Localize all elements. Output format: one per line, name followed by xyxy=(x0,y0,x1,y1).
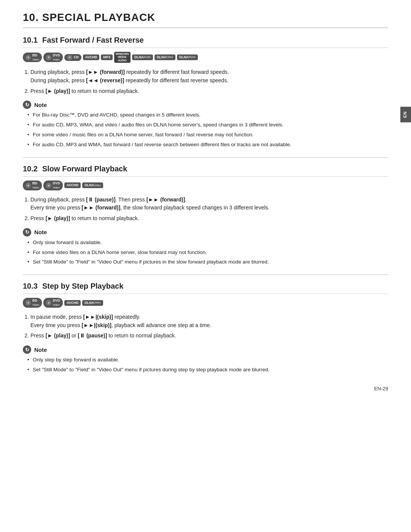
badge-row-10-3: ● BDVideo ● DVDVideo AVCHD DLNAVideo xyxy=(23,298,388,308)
badge-dvd-video-2: ● DVDVideo xyxy=(43,181,63,190)
step-10-1-2: Press [► (play)] to return to normal pla… xyxy=(30,87,388,96)
note-icon-10-3: ↻ xyxy=(23,345,31,354)
badge-dvd-label: DVDVideo xyxy=(53,53,60,62)
note-list-10-3: Only step by step forward is available. … xyxy=(27,356,388,374)
badge-cd-label: CD xyxy=(74,55,79,59)
note-block-10-1: ↻ Note For Blu-ray Disc™, DVD and AVCHD,… xyxy=(23,101,388,149)
note-label-10-3: Note xyxy=(34,347,47,353)
section-title-10-3: Step by Step Playback xyxy=(42,282,123,290)
badge-dlna-audio: DLNAAudio xyxy=(132,54,153,60)
note-item-10-1-2: For audio CD, MP3, WMA, and video / audi… xyxy=(27,121,388,129)
note-header-10-1: ↻ Note xyxy=(23,101,388,109)
badge-bd-video-3: ● BDVideo xyxy=(23,298,42,308)
badge-dlna-video: DLNAVideo xyxy=(155,54,175,60)
badge-dvd-video-3: ● DVDVideo xyxy=(43,298,63,308)
section-number-10-3: 10.3 xyxy=(23,282,38,290)
dvd-disc-icon-2: ● xyxy=(46,183,51,188)
step-10-2-1: During playback, press [⏸ (pause)]. Then… xyxy=(30,196,388,212)
page-container: EN 10. SPECIAL PLAYBACK 10.1Fast Forward… xyxy=(0,0,411,403)
steps-10-1: During playback, press [►► (forward)] re… xyxy=(30,68,388,95)
badge-dlna-video-3: DLNAVideo xyxy=(82,300,103,306)
steps-10-2: During playback, press [⏸ (pause)]. Then… xyxy=(30,196,388,223)
bd-disc-icon-2: ● xyxy=(25,183,31,188)
note-header-10-2: ↻ Note xyxy=(23,228,388,236)
dvd-disc-icon-3: ● xyxy=(46,300,51,305)
section-number-10-1: 10.1 xyxy=(23,36,38,44)
badge-dvd-label-2: DVDVideo xyxy=(53,181,60,190)
steps-10-3: In pause mode, press [►►|(skip)] repeate… xyxy=(30,313,388,340)
note-label-10-1: Note xyxy=(34,102,47,108)
note-icon-10-2: ↻ xyxy=(23,228,31,236)
step-10-1-1: During playback, press [►► (forward)] re… xyxy=(30,68,388,85)
badge-bd-label-3: BDVideo xyxy=(32,299,39,307)
section-number-10-2: 10.2 xyxy=(23,165,38,173)
step-10-2-2: Press [► (play)] to return to normal pla… xyxy=(30,214,388,223)
badge-windows-media: WINDOWSMEDIAAUDIO xyxy=(114,52,131,63)
note-item-10-3-1: Only step by step forward is available. xyxy=(27,356,388,364)
en-tab: EN xyxy=(400,107,411,122)
section-10-2: 10.2Slow Forward Playback ● BDVideo ● DV… xyxy=(23,165,388,266)
badge-avchd-2: AVCHD xyxy=(64,182,81,188)
note-item-10-1-3: For some video / music files on a DLNA h… xyxy=(27,131,388,139)
note-item-10-2-1: Only slow forward is available. xyxy=(27,239,388,247)
section-heading-10-2: 10.2Slow Forward Playback xyxy=(23,165,388,177)
badge-avchd: AVCHD xyxy=(83,54,99,60)
section-10-1: 10.1Fast Forward / Fast Reverse ● BDVide… xyxy=(23,36,388,149)
section-10-3: 10.3Step by Step Playback ● BDVideo ● DV… xyxy=(23,282,388,374)
page-number: EN-29 xyxy=(374,386,388,391)
note-list-10-1: For Blu-ray Disc™, DVD and AVCHD, speed … xyxy=(27,111,388,149)
badge-bd-label-2: BDVideo xyxy=(32,181,39,190)
badge-bd-video-2: ● BDVideo xyxy=(23,181,42,190)
bd-disc-icon-3: ● xyxy=(25,300,31,305)
note-block-10-3: ↻ Note Only step by step forward is avai… xyxy=(23,345,388,374)
badge-bd-label: BDVideo xyxy=(32,53,39,62)
main-heading: 10. SPECIAL PLAYBACK xyxy=(23,11,388,28)
note-list-10-2: Only slow forward is available. For some… xyxy=(27,239,388,267)
note-item-10-2-2: For some video files on a DLNA home serv… xyxy=(27,249,388,257)
section-title-10-2: Slow Forward Playback xyxy=(42,165,127,173)
section-heading-10-1: 10.1Fast Forward / Fast Reverse xyxy=(23,36,388,48)
note-item-10-1-1: For Blu-ray Disc™, DVD and AVCHD, speed … xyxy=(27,111,388,119)
badge-mp3: MP3 xyxy=(101,54,113,60)
note-item-10-1-4: For audio CD, MP3 and WMA, fast forward … xyxy=(27,141,388,149)
badge-dvd-label-3: DVDVideo xyxy=(53,299,60,307)
note-label-10-2: Note xyxy=(34,229,47,235)
note-icon-10-1: ↻ xyxy=(23,101,31,109)
badge-cd: ● CD xyxy=(64,54,81,61)
note-header-10-3: ↻ Note xyxy=(23,345,388,354)
badge-bd-video: ● BDVideo xyxy=(23,53,42,62)
step-10-3-1: In pause mode, press [►►|(skip)] repeate… xyxy=(30,313,388,329)
divider-2 xyxy=(23,275,388,275)
cd-disc-icon: ● xyxy=(67,55,72,60)
badge-row-10-1: ● BDVideo ● DVDVideo ● CD AVCHD MP3 WIND… xyxy=(23,52,388,63)
badge-dlna-video-2: DLNAVideo xyxy=(82,182,103,188)
badge-row-10-2: ● BDVideo ● DVDVideo AVCHD DLNAVideo xyxy=(23,181,388,190)
note-item-10-2-3: Set "Still Mode" to "Field" in "Video Ou… xyxy=(27,258,388,266)
bd-disc-icon: ● xyxy=(25,55,31,60)
section-heading-10-3: 10.3Step by Step Playback xyxy=(23,282,388,294)
section-title-10-1: Fast Forward / Fast Reverse xyxy=(42,36,144,44)
step-10-3-2: Press [► (play)] or [⏸ (pause)] to retur… xyxy=(30,332,388,340)
badge-dlna-music: DLNAMusic xyxy=(177,54,198,60)
note-item-10-3-2: Set "Still Mode" to "Field" in "Video Ou… xyxy=(27,366,388,374)
badge-dvd-video: ● DVDVideo xyxy=(43,53,63,62)
divider-1 xyxy=(23,157,388,158)
badge-avchd-3: AVCHD xyxy=(64,300,81,306)
dvd-disc-icon: ● xyxy=(46,55,51,60)
note-block-10-2: ↻ Note Only slow forward is available. F… xyxy=(23,228,388,267)
